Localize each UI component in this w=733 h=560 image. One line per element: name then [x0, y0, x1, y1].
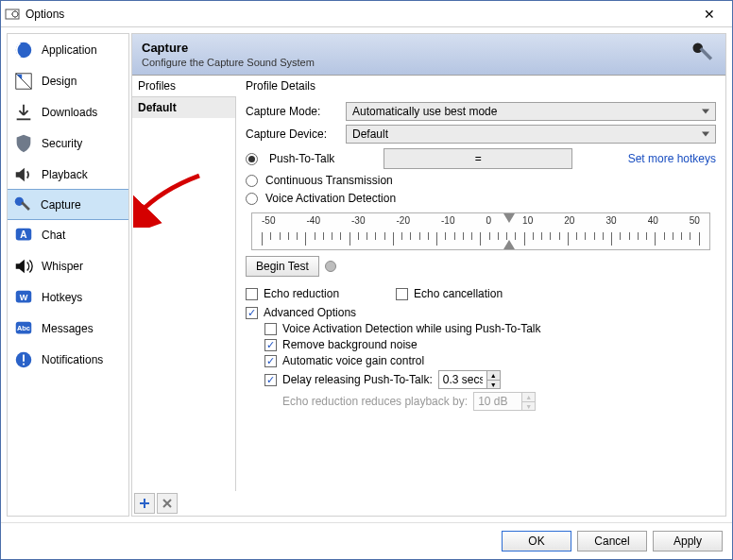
begin-test-button[interactable]: Begin Test: [246, 256, 319, 277]
echo-cancellation-label: Echo cancellation: [414, 287, 503, 300]
set-more-hotkeys-link[interactable]: Set more hotkeys: [628, 152, 716, 165]
profiles-list[interactable]: Default: [132, 97, 236, 491]
panel-header: Capture Configure the Capture Sound Syst…: [132, 34, 725, 76]
profiles-tools: [132, 491, 236, 516]
hotkeys-icon: W: [13, 287, 34, 308]
echo-cancellation-row: Echo cancellation: [396, 287, 503, 300]
echo-playback-value: [474, 393, 521, 410]
vad-ruler[interactable]: -50 -40 -30 -20 -10 0 10 20 30 40 50: [251, 212, 710, 250]
ptt-label: Push-To-Talk: [269, 152, 334, 165]
sidebar-item-label: Chat: [42, 229, 65, 242]
svg-text:A: A: [20, 229, 27, 239]
sidebar-item-label: Capture: [41, 198, 81, 212]
sidebar-item-label: Design: [42, 75, 77, 88]
sidebar-item-notifications[interactable]: Notifications: [8, 344, 128, 375]
titlebar: Options ✕: [1, 1, 732, 27]
agc-checkbox[interactable]: [264, 355, 277, 367]
advanced-checkbox[interactable]: [246, 307, 258, 319]
remove-noise-row: Remove background noise: [264, 338, 716, 351]
sidebar-item-messages[interactable]: Abc Messages: [8, 313, 128, 344]
sidebar-item-downloads[interactable]: Downloads: [8, 96, 128, 127]
downloads-icon: [13, 102, 34, 123]
sidebar-item-design[interactable]: Design: [8, 65, 128, 96]
profile-item[interactable]: Default: [132, 97, 235, 118]
profile-details: Profile Details Capture Mode: Automatica…: [236, 76, 725, 516]
speaker-icon: [13, 164, 34, 185]
begin-test-row: Begin Test: [246, 256, 716, 277]
advanced-row: Advanced Options: [246, 306, 716, 319]
ok-button[interactable]: OK: [502, 531, 571, 552]
echo-reduction-row: Echo reduction: [246, 287, 339, 300]
delay-ptt-checkbox[interactable]: [264, 374, 277, 386]
sidebar-item-capture[interactable]: Capture: [7, 189, 129, 220]
sidebar-item-whisper[interactable]: Whisper: [8, 250, 128, 281]
vad-ptt-label: Voice Activation Detection while using P…: [282, 322, 540, 335]
cancel-button[interactable]: Cancel: [577, 531, 647, 552]
echo-cancellation-checkbox[interactable]: [396, 288, 408, 300]
echo-row: Echo reduction Echo cancellation: [246, 284, 716, 303]
sidebar-item-label: Hotkeys: [42, 291, 82, 304]
microphone-icon: [12, 195, 33, 215]
svg-rect-15: [700, 47, 713, 60]
panel-header-text: Capture Configure the Capture Sound Syst…: [142, 41, 315, 68]
sidebar: Application Design Downloads Security Pl…: [7, 33, 129, 517]
advanced-label: Advanced Options: [264, 306, 356, 319]
vad-ptt-row: Voice Activation Detection while using P…: [264, 322, 716, 335]
vad-radio[interactable]: [246, 193, 258, 205]
capture-device-label: Capture Device:: [246, 127, 340, 141]
sidebar-item-label: Application: [42, 43, 97, 57]
echo-playback-spinner: ▲▼: [473, 392, 536, 411]
vad-row: Voice Activation Detection: [246, 192, 716, 205]
profiles-heading: Profiles: [132, 76, 236, 97]
sidebar-item-label: Playback: [42, 168, 88, 181]
whisper-icon: [13, 256, 34, 277]
echo-reduction-label: Echo reduction: [264, 287, 339, 300]
svg-rect-4: [21, 201, 30, 211]
sidebar-item-chat[interactable]: A Chat: [8, 219, 128, 250]
body: Application Design Downloads Security Pl…: [1, 27, 732, 522]
sidebar-item-security[interactable]: Security: [8, 127, 128, 159]
details-heading: Profile Details: [246, 79, 716, 98]
capture-mode-dropdown[interactable]: Automatically use best mode: [346, 102, 716, 121]
sidebar-item-label: Security: [42, 137, 82, 150]
delay-ptt-row: Delay releasing Push-To-Talk: ▲▼: [264, 370, 716, 389]
ptt-hotkey-box[interactable]: =: [384, 148, 572, 169]
echo-playback-label: Echo reduction reduces playback by:: [282, 395, 468, 408]
delay-ptt-value[interactable]: [439, 371, 486, 388]
vad-label: Voice Activation Detection: [265, 192, 396, 205]
spinner-down: ▼: [521, 401, 535, 410]
apply-button[interactable]: Apply: [653, 531, 723, 552]
dialog-buttons: OK Cancel Apply: [1, 522, 732, 559]
sidebar-item-label: Notifications: [42, 353, 103, 366]
content-area: Profiles Default Profile Details Capture…: [132, 76, 725, 516]
sidebar-item-application[interactable]: Application: [8, 34, 128, 65]
spinner-up[interactable]: ▲: [486, 371, 500, 380]
remove-noise-checkbox[interactable]: [264, 339, 277, 351]
shield-icon: [13, 133, 34, 154]
ptt-row: Push-To-Talk = Set more hotkeys: [246, 148, 716, 169]
ptt-radio[interactable]: [246, 153, 258, 165]
delay-ptt-label: Delay releasing Push-To-Talk:: [282, 373, 433, 386]
spinner-down[interactable]: ▼: [486, 380, 500, 388]
echo-reduction-checkbox[interactable]: [246, 288, 258, 300]
options-window: Options ✕ Application Design Downloads S…: [0, 0, 733, 560]
panel-subtitle: Configure the Capture Sound System: [142, 57, 315, 68]
spinner-up: ▲: [521, 393, 535, 401]
delete-profile-button[interactable]: [157, 493, 178, 514]
capture-mode-label: Capture Mode:: [246, 105, 340, 118]
vad-ptt-checkbox[interactable]: [264, 323, 277, 335]
ct-radio[interactable]: [246, 175, 258, 187]
sidebar-item-hotkeys[interactable]: W Hotkeys: [8, 281, 128, 313]
sidebar-item-playback[interactable]: Playback: [8, 159, 128, 190]
add-profile-button[interactable]: [134, 493, 155, 514]
ruler-marker-top[interactable]: [503, 213, 515, 223]
close-button[interactable]: ✕: [690, 3, 728, 25]
profiles-column: Profiles Default: [132, 76, 236, 516]
design-icon: [13, 71, 34, 92]
capture-device-row: Capture Device: Default: [246, 125, 716, 144]
capture-device-dropdown[interactable]: Default: [346, 125, 716, 144]
delay-ptt-spinner[interactable]: ▲▼: [438, 370, 501, 389]
capture-mode-row: Capture Mode: Automatically use best mod…: [246, 102, 716, 121]
window-title: Options: [26, 8, 690, 21]
ruler-marker-bottom[interactable]: [503, 240, 515, 249]
